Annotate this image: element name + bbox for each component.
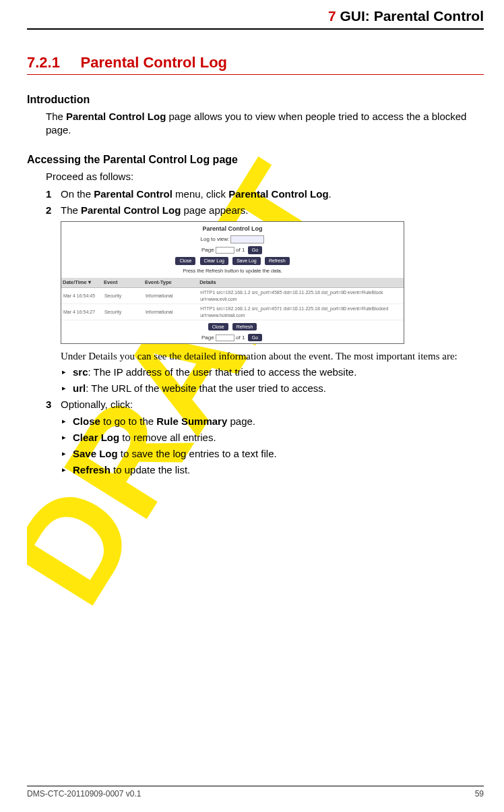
table-row: Mar 4 16:54:45 Security Informational HT… [61,288,404,304]
refresh-item: Refresh to update the list. [61,463,484,477]
ss-refresh-button[interactable]: Refresh [265,257,290,264]
access-heading: Accessing the Parental Control Log page [27,154,484,166]
ss-title: Parental Control Log [61,222,404,234]
chapter-number: 7 [328,8,336,24]
intro-text: The Parental Control Log page allows you… [46,110,484,138]
chapter-title: GUI: Parental Control [336,8,484,24]
ss-go-button[interactable]: Go [248,246,262,254]
page-content: 7.2.1 Parental Control Log Introduction … [27,54,484,480]
section-title: 7.2.1 Parental Control Log [27,54,484,75]
ss-table: Date/Time ▾ Event Event-Type Details Mar… [61,278,404,320]
step-1: 1 On the Parental Control menu, click Pa… [46,187,484,201]
ss-close-button[interactable]: Close [175,257,195,264]
ss-pager-bottom: Page of 1 Go [61,332,404,343]
ss-refresh-button-2[interactable]: Refresh [232,323,257,330]
ss-close-button-2[interactable]: Close [208,323,228,330]
url-item: url: The URL of the website that the use… [61,382,484,395]
details-note: Under Details you can see the detailed i… [61,349,484,363]
save-item: Save Log to save the log entries to a te… [61,447,484,461]
ss-button-row: Close Clear Log Save Log Refresh [61,256,404,266]
ss-hint: Press the Refresh button to update the d… [61,266,404,276]
ss-clear-button[interactable]: Clear Log [200,257,228,264]
access-lead: Proceed as follows: [46,170,484,183]
page-footer: DMS-CTC-20110909-0007 v0.1 59 [27,786,484,799]
ss-page-input[interactable] [216,247,234,254]
log-screenshot: Parental Control Log Log to view: Page o… [61,221,404,343]
ss-log-select-row: Log to view: [61,234,404,245]
intro-heading: Introduction [27,94,484,106]
src-item: src: The IP address of the user that tri… [61,366,484,379]
ss-select[interactable] [230,235,264,243]
step-3: 3 Optionally, click: Close to go to the … [46,398,484,477]
table-row: Mar 4 16:54:27 Security Informational HT… [61,304,404,320]
page-header: 7 GUI: Parental Control [27,8,484,30]
clear-item: Clear Log to remove all entries. [61,431,484,444]
ss-pager-top: Page of 1 Go [61,245,404,256]
step-2: 2 The Parental Control Log page appears.… [46,204,484,395]
ss-go-button-2[interactable]: Go [248,334,262,341]
ss-button-row-bottom: Close Refresh [61,320,404,332]
ss-save-button[interactable]: Save Log [232,257,261,264]
close-item: Close to go to the Rule Summary page. [61,415,484,428]
ss-page-input-2[interactable] [216,335,234,341]
page-number: 59 [475,789,484,799]
doc-id: DMS-CTC-20110909-0007 v0.1 [27,789,141,799]
